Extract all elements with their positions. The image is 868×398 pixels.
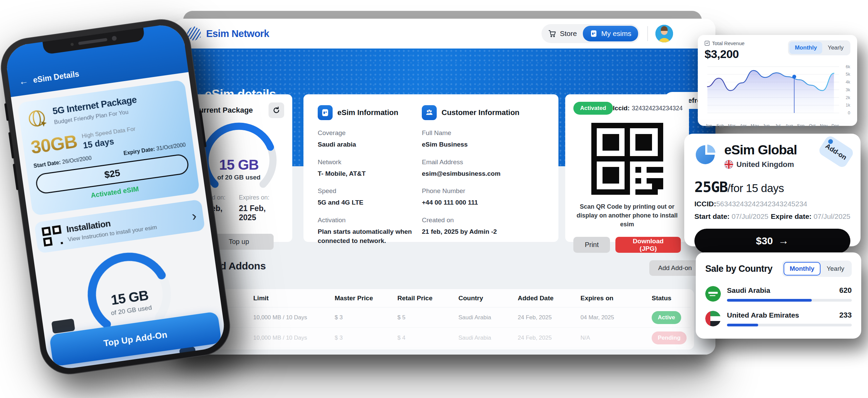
start-value: 07/Jul/2025: [732, 212, 769, 220]
dashboard-window: ← eSim details My eSims › sim#324324234 …: [174, 19, 715, 355]
col-limit: Limit: [253, 295, 335, 302]
expires-on: Expires on: 21 Feb, 2025: [239, 194, 282, 222]
sale-bar-track: [727, 324, 852, 326]
customers-icon: [422, 105, 437, 120]
sale-country-name: United Arab Emirates: [727, 311, 799, 319]
yearly-tab[interactable]: Yearly: [822, 42, 849, 54]
sim-icon: [590, 30, 598, 38]
camera-dot: [112, 36, 117, 41]
sale-row: Saudi Arabia 620: [705, 286, 852, 302]
sim-card-icon: [318, 105, 333, 120]
avatar-image: [655, 25, 673, 42]
global-iccid-value: 56343243242342343245234: [716, 200, 807, 208]
svg-text:0: 0: [848, 111, 850, 115]
svg-text:3k: 3k: [846, 88, 850, 92]
esim-information-section: eSim Information Coverage Saudi arabia N…: [318, 105, 422, 246]
field-value: Plan starts automatically when connected…: [318, 227, 422, 246]
download-jpg-button[interactable]: Download (JPG): [615, 237, 681, 253]
sale-bar-fill: [727, 324, 758, 326]
svg-text:Aug: Aug: [786, 124, 793, 128]
field-value: Saudi arabia: [318, 140, 422, 149]
brand[interactable]: Esim Network: [186, 25, 269, 42]
svg-text:4k: 4k: [846, 80, 850, 84]
nav-pill-group: Store My esims: [541, 24, 640, 43]
cell-master-price: $ 3: [335, 335, 397, 341]
col-country: Country: [458, 295, 518, 302]
cart-icon: [548, 30, 556, 38]
revenue-label: Total Revenue: [712, 40, 745, 46]
esim-global-card: Add-on eSim Global: [684, 134, 861, 246]
field-label: Full Name: [422, 129, 544, 137]
phone-side-button: [8, 132, 15, 158]
svg-text:Nov: Nov: [820, 124, 828, 128]
global-start-date: Start date: 07/Jul/2025: [694, 212, 768, 221]
global-data-amount: 25GB: [694, 178, 728, 195]
svg-text:Dec: Dec: [831, 124, 839, 128]
customer-info-title: Customer Information: [441, 108, 519, 117]
sale-by-country-title: Sale by Country: [705, 264, 772, 274]
cell-expires-on: N/A: [580, 335, 652, 341]
esim-global-title: eSim Global: [724, 143, 797, 157]
sensor-dot: [71, 42, 74, 46]
field-value: 21 feb, 2025 by Admin -2: [422, 227, 544, 236]
phone-screen: ← eSim Details: [4, 22, 227, 371]
col-expires-on: Expires on: [580, 295, 652, 302]
topbar-right: Store My esims: [541, 24, 673, 43]
expire-value: 07/Jul/2025: [813, 212, 850, 220]
buy-addon-button[interactable]: $30 →: [694, 229, 850, 253]
cell-country: Saudi Arabia: [458, 314, 518, 321]
sale-bar-fill: [727, 299, 812, 302]
phone-back-icon[interactable]: ←: [18, 76, 29, 87]
monthly-tab[interactable]: Monthly: [784, 262, 821, 276]
yearly-tab[interactable]: Yearly: [821, 262, 850, 276]
phone-start-date: Start Date: 26/Oct/2000: [33, 155, 92, 169]
cell-country: Saudi Arabia: [458, 335, 518, 341]
phone-package-card: 5G Internet Package Budget Friendly Plan…: [17, 79, 200, 216]
phone-header-title: eSim Details: [33, 70, 80, 85]
start-date-value: 26/Oct/2000: [62, 155, 92, 165]
field-coverage: Coverage Saudi arabia: [318, 129, 422, 149]
pie-chart-icon: [694, 143, 718, 166]
global-duration: /for 15 days: [728, 182, 784, 195]
svg-text:May: May: [751, 124, 759, 128]
customer-information-section: Customer Information Full Name eSim Busi…: [422, 105, 544, 246]
svg-text:Jul: Jul: [775, 124, 781, 128]
col-master-price: Master Price: [335, 295, 397, 302]
cell-added-date: 24 Feb, 2025: [518, 335, 580, 341]
expire-label: Expire date:: [771, 212, 811, 220]
add-addon-button[interactable]: Add Add-on: [649, 260, 701, 276]
svg-text:Oct: Oct: [809, 124, 816, 128]
sale-country-value: 233: [839, 311, 852, 320]
field-value: +44 00 111 000 111: [422, 198, 544, 207]
qr-caption: Scan QR Code by printing out or display …: [573, 202, 681, 229]
table-row: Alpha 10,000 MB / 10 Days $ 3 $ 4 Saudi …: [196, 328, 691, 348]
svg-text:2k: 2k: [846, 95, 850, 100]
svg-text:Mar: Mar: [728, 124, 735, 128]
svg-text:Sep: Sep: [797, 124, 804, 128]
info-card: eSim Information Coverage Saudi arabia N…: [303, 94, 558, 242]
globe-icon: [26, 107, 50, 131]
esim-info-title: eSim Information: [337, 108, 398, 117]
global-iccid-label: ICCID:: [694, 200, 716, 208]
my-esims-button[interactable]: My esims: [583, 26, 638, 41]
speaker-grill: [78, 38, 107, 45]
expires-label: Expires on:: [239, 194, 282, 201]
monthly-tab[interactable]: Monthly: [789, 42, 822, 54]
brand-name: Esim Network: [206, 28, 269, 39]
data-used-value: 15 GB: [200, 157, 278, 173]
cell-retail-price: $ 4: [397, 335, 458, 341]
uk-flag-icon: [724, 160, 733, 169]
phone-data-amount: 30GB: [29, 130, 78, 157]
store-button[interactable]: Store: [548, 30, 583, 38]
field-label: Network: [318, 158, 422, 166]
expires-value: 21 Feb, 2025: [239, 204, 282, 222]
print-button[interactable]: Print: [573, 237, 610, 253]
user-avatar[interactable]: [655, 25, 673, 42]
field-label: Speed: [318, 187, 422, 195]
field-label: Email Address: [422, 158, 544, 166]
package-refresh-button[interactable]: [269, 102, 284, 118]
store-label: Store: [560, 30, 577, 38]
chevron-right-icon: ›: [191, 209, 197, 223]
cell-master-price: $ 3: [335, 314, 397, 321]
phone-side-button: [4, 103, 9, 121]
